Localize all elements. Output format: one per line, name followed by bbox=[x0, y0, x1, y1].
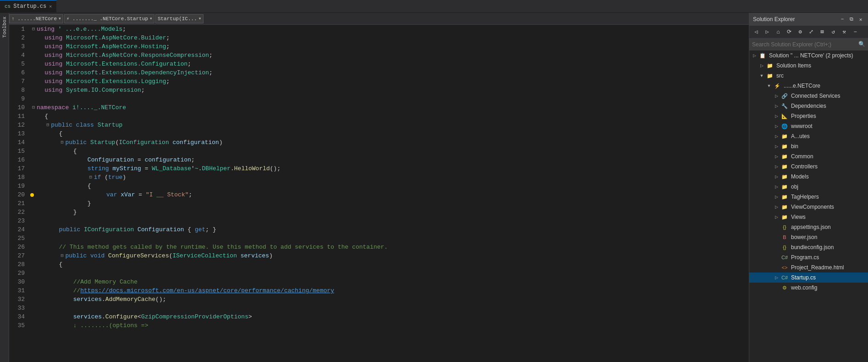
se-expand-icon[interactable]: ▷ bbox=[773, 173, 780, 180]
code-token-punct: ; bbox=[189, 190, 192, 199]
se-expand-icon[interactable]: ▼ bbox=[758, 72, 765, 79]
se-expand-icon[interactable] bbox=[773, 254, 780, 261]
se-expand-icon[interactable]: ▷ bbox=[773, 274, 780, 281]
se-tree-item[interactable]: ▷🌐wwwroot bbox=[749, 121, 868, 131]
collapse-button[interactable]: ⊟ bbox=[30, 25, 37, 33]
code-token-comment: ↓ ........(options => bbox=[73, 321, 148, 330]
collapse-button[interactable]: ⊟ bbox=[44, 121, 51, 129]
code-token bbox=[30, 260, 59, 269]
se-tree-item[interactable]: ▷📁Controllers bbox=[749, 162, 868, 172]
se-tree-item[interactable]: Bbower.json bbox=[749, 232, 868, 242]
se-back-button[interactable]: ◁ bbox=[751, 27, 761, 37]
se-expand-icon[interactable]: ▷ bbox=[773, 184, 780, 190]
se-expand-icon[interactable]: ▷ bbox=[773, 123, 780, 129]
se-expand-icon[interactable]: ▷ bbox=[773, 103, 780, 109]
se-tree-item[interactable]: ▼⚡......e.NETCore bbox=[749, 81, 868, 91]
se-expand-icon[interactable]: ▷ bbox=[773, 214, 780, 220]
se-tree-item[interactable]: ▷📁Views bbox=[749, 212, 868, 222]
se-item-label: Program.cs bbox=[791, 254, 819, 261]
se-tree-item[interactable]: ▷📁A...utes bbox=[749, 131, 868, 141]
se-expand-icon[interactable]: ▷ bbox=[773, 143, 780, 150]
code-token-var-name: services bbox=[73, 312, 102, 321]
code-token bbox=[30, 86, 44, 95]
se-item-label: Startup.cs bbox=[791, 274, 816, 281]
code-token bbox=[30, 121, 44, 129]
se-tree-item[interactable]: ▷📁Models bbox=[749, 172, 868, 182]
se-tree-item[interactable]: C#Program.cs bbox=[749, 252, 868, 262]
tab-close-button[interactable]: ✕ bbox=[49, 4, 52, 9]
se-item-icon: 📁 bbox=[781, 163, 788, 170]
se-filter-button[interactable]: ⊞ bbox=[817, 27, 827, 37]
line-numbers: 1234567891011121314151617181920212223242… bbox=[9, 25, 28, 362]
se-expand-all-button[interactable]: ⤢ bbox=[806, 27, 816, 37]
se-more-button[interactable]: − bbox=[850, 27, 860, 37]
se-settings-btn1[interactable]: ⚙ bbox=[795, 27, 805, 37]
se-expand-icon[interactable]: ▷ bbox=[751, 52, 758, 59]
se-search-input[interactable] bbox=[752, 41, 858, 48]
se-tree-item[interactable]: ▼📁src bbox=[749, 71, 868, 81]
se-forward-button[interactable]: ▷ bbox=[762, 27, 772, 37]
tab-startup-cs[interactable]: cs Startup.cs ✕ bbox=[0, 0, 57, 12]
nav-dropdown-left[interactable]: ↑ ......NETCore bbox=[9, 14, 63, 23]
se-expand-icon[interactable]: ▷ bbox=[758, 62, 765, 69]
se-tree-item[interactable]: ▷📁ViewComponents bbox=[749, 202, 868, 212]
code-token bbox=[62, 51, 66, 60]
se-sync-button[interactable]: ⟳ bbox=[784, 27, 794, 37]
se-tree-item[interactable]: ▷📁TagHelpers bbox=[749, 192, 868, 202]
se-tree-item[interactable]: ▷🔗Connected Services bbox=[749, 91, 868, 101]
code-token bbox=[30, 51, 44, 60]
code-link[interactable]: https://docs.microsoft.com/en-us/aspnet/… bbox=[80, 286, 334, 295]
se-item-icon: 📁 bbox=[766, 62, 774, 69]
code-view[interactable]: 1234567891011121314151617181920212223242… bbox=[9, 25, 749, 362]
code-token-var-name: Configuration bbox=[88, 156, 134, 164]
code-line: services.AddMemoryCache(); bbox=[30, 295, 747, 304]
se-tree-item[interactable]: {}bundleconfig.json bbox=[749, 242, 868, 252]
code-token: = bbox=[141, 164, 152, 173]
se-expand-icon[interactable] bbox=[773, 224, 780, 230]
se-item-label: A...utes bbox=[791, 133, 810, 139]
se-tree-item[interactable]: ▷📁Common bbox=[749, 151, 868, 162]
se-expand-icon[interactable]: ▷ bbox=[773, 113, 780, 119]
se-expand-icon[interactable] bbox=[773, 284, 780, 291]
line-number: 8 bbox=[13, 86, 25, 95]
se-tree-item[interactable]: ▷C#Startup.cs bbox=[749, 273, 868, 283]
se-expand-icon[interactable]: ▷ bbox=[773, 93, 780, 99]
se-tree-item[interactable]: ▷📁Solution Items bbox=[749, 61, 868, 71]
se-expand-icon[interactable]: ▷ bbox=[773, 153, 780, 160]
nav-left-label: ↑ ......NETCore bbox=[11, 16, 57, 22]
toolbox-label[interactable]: Toolbox bbox=[2, 13, 7, 41]
collapse-button[interactable]: ⊟ bbox=[59, 138, 65, 147]
se-tree-item[interactable]: ▷🔧Dependencies bbox=[749, 101, 868, 111]
se-tree-item[interactable]: ▷📁obj bbox=[749, 182, 868, 192]
code-token bbox=[30, 60, 44, 68]
se-home-button[interactable]: ⌂ bbox=[773, 27, 783, 37]
code-token-kw2: using bbox=[44, 51, 62, 60]
se-restore-button[interactable]: ⧉ bbox=[848, 17, 855, 22]
se-tree-item[interactable]: ⚙web.config bbox=[749, 283, 868, 293]
se-expand-icon[interactable] bbox=[773, 264, 780, 271]
se-tree-item[interactable]: ▷📐Properties bbox=[749, 111, 868, 121]
nav-dropdown-middle[interactable]: ⚡ ......._ .NETCore.Startup bbox=[64, 14, 154, 23]
se-expand-icon[interactable] bbox=[773, 244, 780, 251]
code-token bbox=[30, 321, 73, 330]
se-expand-icon[interactable]: ▼ bbox=[766, 83, 772, 89]
se-settings-btn2[interactable]: ⚒ bbox=[839, 27, 849, 37]
se-expand-icon[interactable] bbox=[773, 234, 780, 240]
se-expand-icon[interactable]: ▷ bbox=[773, 194, 780, 200]
code-content[interactable]: ⊟using ' ...e.e....Models; using Microso… bbox=[28, 25, 749, 362]
se-minimize-button[interactable]: − bbox=[839, 17, 846, 22]
se-tree-item[interactable]: {}appsettings.json bbox=[749, 222, 868, 232]
se-tree-item[interactable]: ▷📁bin bbox=[749, 141, 868, 151]
se-tree-item[interactable]: <>Project_Readme.html bbox=[749, 262, 868, 273]
collapse-button[interactable]: ⊟ bbox=[59, 251, 65, 260]
collapse-button[interactable]: ⊟ bbox=[30, 103, 37, 112]
se-close-button[interactable]: ✕ bbox=[857, 17, 864, 22]
se-expand-icon[interactable]: ▷ bbox=[773, 133, 780, 139]
se-item-icon: C# bbox=[781, 274, 788, 281]
se-expand-icon[interactable]: ▷ bbox=[773, 163, 780, 170]
nav-dropdown-right[interactable]: Startup(IC... bbox=[155, 14, 203, 23]
se-expand-icon[interactable]: ▷ bbox=[773, 204, 780, 210]
se-refresh-button[interactable]: ↺ bbox=[828, 27, 838, 37]
se-tree-item[interactable]: ▷📋Solution '' ... NETCore' (2 projects) bbox=[749, 50, 868, 61]
collapse-button[interactable]: ⊟ bbox=[88, 173, 94, 182]
